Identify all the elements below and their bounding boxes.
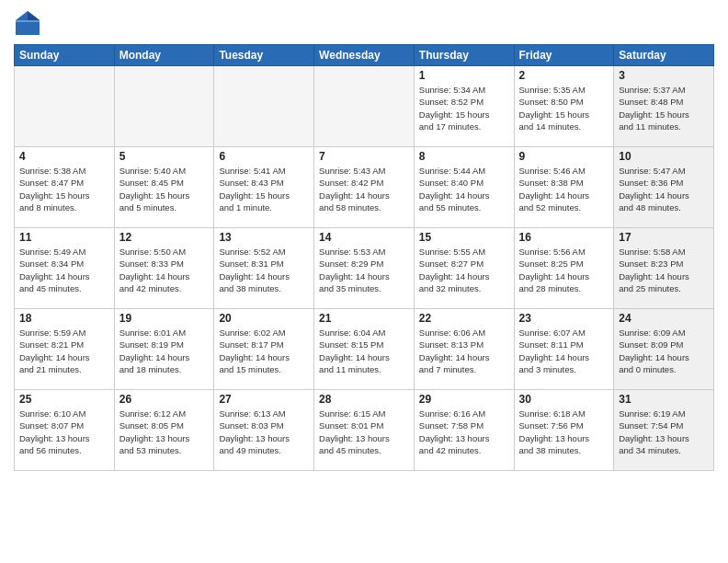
- day-detail: Sunrise: 6:01 AM Sunset: 8:19 PM Dayligh…: [119, 327, 210, 375]
- day-detail: Sunrise: 5:43 AM Sunset: 8:42 PM Dayligh…: [319, 165, 409, 213]
- day-number: 10: [619, 150, 709, 163]
- day-number: 17: [619, 231, 709, 244]
- day-number: 3: [619, 69, 709, 82]
- day-detail: Sunrise: 5:49 AM Sunset: 8:34 PM Dayligh…: [19, 246, 109, 294]
- week-row-5: 25Sunrise: 6:10 AM Sunset: 8:07 PM Dayli…: [15, 390, 714, 471]
- day-detail: Sunrise: 5:53 AM Sunset: 8:29 PM Dayligh…: [319, 246, 409, 294]
- day-number: 23: [519, 312, 609, 325]
- day-number: 21: [319, 312, 409, 325]
- day-detail: Sunrise: 6:06 AM Sunset: 8:13 PM Dayligh…: [419, 327, 509, 375]
- day-detail: Sunrise: 6:10 AM Sunset: 8:07 PM Dayligh…: [19, 408, 109, 456]
- calendar-cell: 9Sunrise: 5:46 AM Sunset: 8:38 PM Daylig…: [514, 147, 614, 228]
- day-number: 29: [419, 393, 509, 406]
- logo-icon: [14, 9, 41, 37]
- day-number: 5: [119, 150, 210, 163]
- day-number: 8: [419, 150, 509, 163]
- day-detail: Sunrise: 6:04 AM Sunset: 8:15 PM Dayligh…: [319, 327, 409, 375]
- logo: [14, 9, 45, 37]
- calendar-cell: 12Sunrise: 5:50 AM Sunset: 8:33 PM Dayli…: [114, 228, 214, 309]
- calendar-cell: 22Sunrise: 6:06 AM Sunset: 8:13 PM Dayli…: [414, 309, 514, 390]
- calendar-cell: 6Sunrise: 5:41 AM Sunset: 8:43 PM Daylig…: [214, 147, 314, 228]
- calendar-cell: [114, 66, 214, 147]
- day-number: 11: [19, 231, 109, 244]
- day-detail: Sunrise: 5:59 AM Sunset: 8:21 PM Dayligh…: [19, 327, 109, 375]
- day-number: 24: [619, 312, 709, 325]
- day-number: 31: [619, 393, 709, 406]
- week-row-2: 4Sunrise: 5:38 AM Sunset: 8:47 PM Daylig…: [15, 147, 714, 228]
- calendar-table: SundayMondayTuesdayWednesdayThursdayFrid…: [14, 44, 714, 471]
- calendar-cell: 21Sunrise: 6:04 AM Sunset: 8:15 PM Dayli…: [314, 309, 415, 390]
- weekday-header-sunday: Sunday: [15, 45, 115, 66]
- calendar-cell: 7Sunrise: 5:43 AM Sunset: 8:42 PM Daylig…: [314, 147, 415, 228]
- day-detail: Sunrise: 5:37 AM Sunset: 8:48 PM Dayligh…: [619, 84, 709, 132]
- calendar-cell: 29Sunrise: 6:16 AM Sunset: 7:58 PM Dayli…: [414, 390, 514, 471]
- day-detail: Sunrise: 6:13 AM Sunset: 8:03 PM Dayligh…: [219, 408, 309, 456]
- day-number: 30: [519, 393, 609, 406]
- day-number: 9: [519, 150, 609, 163]
- day-number: 18: [19, 312, 109, 325]
- day-number: 13: [219, 231, 309, 244]
- day-number: 6: [219, 150, 309, 163]
- day-number: 4: [19, 150, 109, 163]
- day-detail: Sunrise: 5:46 AM Sunset: 8:38 PM Dayligh…: [519, 165, 609, 213]
- day-detail: Sunrise: 5:56 AM Sunset: 8:25 PM Dayligh…: [519, 246, 609, 294]
- day-number: 12: [119, 231, 210, 244]
- calendar-cell: 31Sunrise: 6:19 AM Sunset: 7:54 PM Dayli…: [614, 390, 714, 471]
- day-detail: Sunrise: 5:35 AM Sunset: 8:50 PM Dayligh…: [519, 84, 609, 132]
- day-detail: Sunrise: 5:47 AM Sunset: 8:36 PM Dayligh…: [619, 165, 709, 213]
- calendar-cell: 27Sunrise: 6:13 AM Sunset: 8:03 PM Dayli…: [214, 390, 314, 471]
- week-row-3: 11Sunrise: 5:49 AM Sunset: 8:34 PM Dayli…: [15, 228, 714, 309]
- day-number: 28: [319, 393, 409, 406]
- day-detail: Sunrise: 5:58 AM Sunset: 8:23 PM Dayligh…: [619, 246, 709, 294]
- calendar-cell: 14Sunrise: 5:53 AM Sunset: 8:29 PM Dayli…: [314, 228, 415, 309]
- calendar-cell: 28Sunrise: 6:15 AM Sunset: 8:01 PM Dayli…: [314, 390, 415, 471]
- day-detail: Sunrise: 6:07 AM Sunset: 8:11 PM Dayligh…: [519, 327, 609, 375]
- day-detail: Sunrise: 5:55 AM Sunset: 8:27 PM Dayligh…: [419, 246, 509, 294]
- header: [14, 9, 714, 37]
- svg-marker-1: [28, 11, 40, 20]
- weekday-header-row: SundayMondayTuesdayWednesdayThursdayFrid…: [15, 45, 714, 66]
- calendar-cell: 5Sunrise: 5:40 AM Sunset: 8:45 PM Daylig…: [114, 147, 214, 228]
- day-detail: Sunrise: 5:40 AM Sunset: 8:45 PM Dayligh…: [119, 165, 210, 213]
- calendar-cell: 17Sunrise: 5:58 AM Sunset: 8:23 PM Dayli…: [614, 228, 714, 309]
- calendar-cell: 19Sunrise: 6:01 AM Sunset: 8:19 PM Dayli…: [114, 309, 214, 390]
- day-detail: Sunrise: 6:02 AM Sunset: 8:17 PM Dayligh…: [219, 327, 309, 375]
- calendar-cell: 1Sunrise: 5:34 AM Sunset: 8:52 PM Daylig…: [414, 66, 514, 147]
- day-detail: Sunrise: 6:09 AM Sunset: 8:09 PM Dayligh…: [619, 327, 709, 375]
- day-detail: Sunrise: 6:16 AM Sunset: 7:58 PM Dayligh…: [419, 408, 509, 456]
- day-number: 7: [319, 150, 409, 163]
- svg-rect-2: [16, 20, 40, 22]
- day-number: 27: [219, 393, 309, 406]
- calendar-cell: 16Sunrise: 5:56 AM Sunset: 8:25 PM Dayli…: [514, 228, 614, 309]
- day-number: 2: [519, 69, 609, 82]
- day-detail: Sunrise: 6:12 AM Sunset: 8:05 PM Dayligh…: [119, 408, 210, 456]
- day-number: 14: [319, 231, 409, 244]
- day-number: 19: [119, 312, 210, 325]
- weekday-header-saturday: Saturday: [614, 45, 714, 66]
- weekday-header-tuesday: Tuesday: [214, 45, 314, 66]
- calendar-cell: 15Sunrise: 5:55 AM Sunset: 8:27 PM Dayli…: [414, 228, 514, 309]
- day-number: 1: [419, 69, 509, 82]
- calendar-cell: 26Sunrise: 6:12 AM Sunset: 8:05 PM Dayli…: [114, 390, 214, 471]
- day-detail: Sunrise: 6:19 AM Sunset: 7:54 PM Dayligh…: [619, 408, 709, 456]
- calendar-cell: 23Sunrise: 6:07 AM Sunset: 8:11 PM Dayli…: [514, 309, 614, 390]
- calendar-cell: 3Sunrise: 5:37 AM Sunset: 8:48 PM Daylig…: [614, 66, 714, 147]
- day-number: 16: [519, 231, 609, 244]
- calendar-cell: 30Sunrise: 6:18 AM Sunset: 7:56 PM Dayli…: [514, 390, 614, 471]
- calendar-cell: [314, 66, 415, 147]
- day-number: 22: [419, 312, 509, 325]
- day-detail: Sunrise: 5:50 AM Sunset: 8:33 PM Dayligh…: [119, 246, 210, 294]
- day-number: 25: [19, 393, 109, 406]
- day-detail: Sunrise: 5:38 AM Sunset: 8:47 PM Dayligh…: [19, 165, 109, 213]
- calendar-cell: 25Sunrise: 6:10 AM Sunset: 8:07 PM Dayli…: [15, 390, 115, 471]
- calendar-cell: [214, 66, 314, 147]
- calendar-cell: 13Sunrise: 5:52 AM Sunset: 8:31 PM Dayli…: [214, 228, 314, 309]
- calendar-cell: 8Sunrise: 5:44 AM Sunset: 8:40 PM Daylig…: [414, 147, 514, 228]
- day-number: 15: [419, 231, 509, 244]
- weekday-header-monday: Monday: [114, 45, 214, 66]
- day-detail: Sunrise: 5:34 AM Sunset: 8:52 PM Dayligh…: [419, 84, 509, 132]
- day-number: 26: [119, 393, 210, 406]
- calendar-cell: 11Sunrise: 5:49 AM Sunset: 8:34 PM Dayli…: [15, 228, 115, 309]
- day-detail: Sunrise: 5:44 AM Sunset: 8:40 PM Dayligh…: [419, 165, 509, 213]
- calendar-cell: 4Sunrise: 5:38 AM Sunset: 8:47 PM Daylig…: [15, 147, 115, 228]
